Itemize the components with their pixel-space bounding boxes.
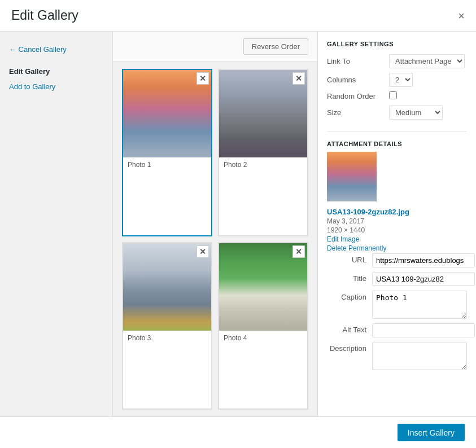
settings-table: Link To Attachment Page Media File None … xyxy=(327,52,467,122)
modal-body: ← Cancel Gallery Edit Gallery Add to Gal… xyxy=(0,32,476,416)
alt-text-label: Alt Text xyxy=(327,323,372,334)
url-label: URL xyxy=(327,253,372,264)
size-row: Size Thumbnail Medium Large Full Size xyxy=(327,103,467,122)
title-field: Title xyxy=(327,272,467,286)
attachment-dimensions: 1920 × 1440 xyxy=(327,226,467,234)
alt-text-field: Alt Text xyxy=(327,323,467,337)
description-textarea[interactable] xyxy=(372,342,467,370)
size-label: Size xyxy=(327,103,389,122)
attachment-details-section: ATTACHMENT DETAILS USA13-109-2gzuz82.jpg… xyxy=(327,140,467,375)
title-label: Title xyxy=(327,272,372,283)
modal-header: Edit Gallery × xyxy=(0,0,476,32)
remove-photo3-button[interactable]: ✕ xyxy=(196,245,209,258)
gallery-item-4[interactable]: Photo 4 ✕ xyxy=(218,242,308,410)
description-field: Description xyxy=(327,342,467,370)
random-order-checkbox[interactable] xyxy=(389,91,397,99)
random-order-row: Random Order xyxy=(327,89,467,103)
sidebar: ← Cancel Gallery Edit Gallery Add to Gal… xyxy=(0,32,113,416)
remove-photo4-button[interactable]: ✕ xyxy=(292,245,305,258)
caption-label: Caption xyxy=(327,291,372,301)
gallery-grid: Photo 1 ✕ Photo 2 ✕ Photo 3 ✕ xyxy=(113,62,317,416)
main-content: Reverse Order Photo 1 ✕ Photo 2 ✕ xyxy=(113,32,318,416)
photo3-caption: Photo 3 xyxy=(123,331,211,345)
insert-gallery-button[interactable]: Insert Gallery xyxy=(398,424,465,441)
reverse-order-button[interactable]: Reverse Order xyxy=(243,38,308,55)
photo4-caption: Photo 4 xyxy=(219,331,307,345)
cancel-gallery-link[interactable]: ← Cancel Gallery xyxy=(0,41,112,58)
caption-field: Caption Photo 1 xyxy=(327,291,467,319)
attachment-filename: USA13-109-2gzuz82.jpg xyxy=(327,208,467,216)
modal-close-button[interactable]: × xyxy=(458,10,465,21)
delete-permanently-link[interactable]: Delete Permanently xyxy=(327,244,467,252)
attachment-date: May 3, 2017 xyxy=(327,217,467,225)
modal-footer: Insert Gallery xyxy=(0,416,476,448)
caption-textarea[interactable]: Photo 1 xyxy=(372,291,467,319)
columns-label: Columns xyxy=(327,71,389,89)
remove-photo2-button[interactable]: ✕ xyxy=(292,72,305,85)
modal-title: Edit Gallery xyxy=(11,8,78,23)
divider xyxy=(327,131,467,131)
link-to-label: Link To xyxy=(327,52,389,71)
add-to-gallery-link[interactable]: Add to Gallery xyxy=(0,80,112,93)
gallery-item-2[interactable]: Photo 2 ✕ xyxy=(218,69,308,236)
attachment-thumbnail xyxy=(327,152,377,201)
alt-text-input[interactable] xyxy=(372,323,475,337)
url-field: URL xyxy=(327,253,467,267)
remove-photo1-button[interactable]: ✕ xyxy=(196,72,209,85)
gallery-settings-heading: GALLERY SETTINGS xyxy=(327,41,467,47)
attachment-details-heading: ATTACHMENT DETAILS xyxy=(327,140,467,147)
description-label: Description xyxy=(327,342,372,353)
gallery-item-1[interactable]: Photo 1 ✕ xyxy=(122,69,212,236)
link-to-row: Link To Attachment Page Media File None xyxy=(327,52,467,71)
sidebar-heading: Edit Gallery xyxy=(0,65,112,80)
size-select[interactable]: Thumbnail Medium Large Full Size xyxy=(389,106,443,120)
edit-image-link[interactable]: Edit Image xyxy=(327,235,467,243)
columns-select[interactable]: 1 2 3 4 5 6 7 8 9 xyxy=(389,73,413,87)
main-toolbar: Reverse Order xyxy=(113,32,317,62)
url-input[interactable] xyxy=(372,253,475,267)
right-panel: GALLERY SETTINGS Link To Attachment Page… xyxy=(318,32,476,416)
columns-row: Columns 1 2 3 4 5 6 7 8 9 xyxy=(327,71,467,89)
gallery-item-3[interactable]: Photo 3 ✕ xyxy=(122,242,212,410)
modal: Edit Gallery × ← Cancel Gallery Edit Gal… xyxy=(0,0,476,448)
photo2-caption: Photo 2 xyxy=(219,157,307,172)
link-to-select[interactable]: Attachment Page Media File None xyxy=(389,54,465,68)
gallery-settings-section: GALLERY SETTINGS Link To Attachment Page… xyxy=(327,41,467,122)
title-input[interactable] xyxy=(372,272,475,286)
random-order-label: Random Order xyxy=(327,89,389,103)
photo1-caption: Photo 1 xyxy=(123,157,211,172)
